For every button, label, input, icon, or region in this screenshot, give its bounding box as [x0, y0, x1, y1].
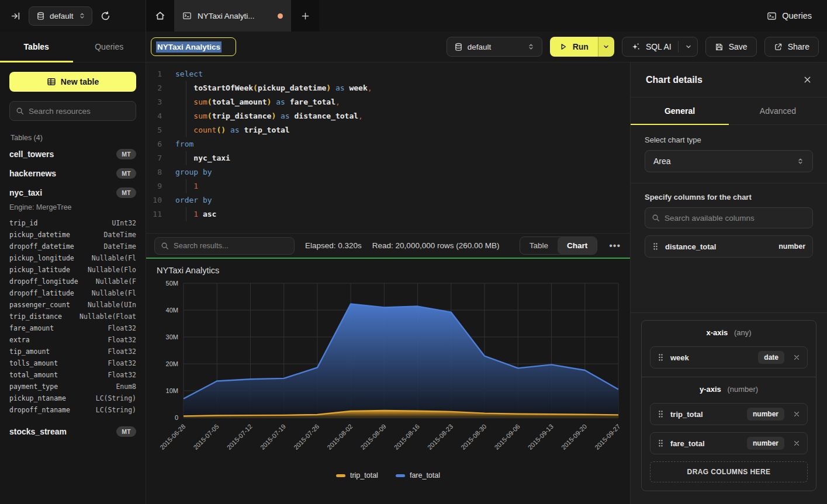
legend-label: fare_total — [410, 471, 440, 479]
table-row[interactable]: stocks_streamMT — [9, 422, 136, 441]
svg-text:40M: 40M — [166, 307, 178, 314]
sql-ai-button[interactable]: SQL AI — [622, 37, 698, 57]
svg-text:2015-09-20: 2015-09-20 — [560, 423, 588, 451]
schema-column: dropoff_longitudeNullable(F — [9, 276, 136, 287]
drag-handle-icon[interactable] — [658, 439, 664, 447]
top-bar: default NYTaxi Analyti... — [0, 0, 827, 32]
refresh-icon[interactable] — [101, 11, 110, 21]
column-chip[interactable]: weekdate — [650, 346, 808, 369]
svg-text:20M: 20M — [166, 360, 178, 367]
run-label: Run — [573, 42, 589, 51]
column-chip-name: trip_total — [670, 410, 703, 419]
sidebar-tab-tables[interactable]: Tables — [0, 32, 73, 62]
engine-badge: MT — [116, 426, 136, 437]
column-chip[interactable]: distance_totalnumber — [645, 235, 813, 258]
chart-type-select[interactable]: Area — [645, 150, 813, 172]
drag-handle-icon[interactable] — [658, 353, 664, 362]
remove-column-icon[interactable] — [793, 354, 800, 361]
sidebar-search[interactable] — [9, 101, 136, 121]
divider — [631, 312, 827, 313]
schema-column: trip_idUInt32 — [9, 217, 136, 229]
x-axis-hint: (any) — [734, 328, 752, 337]
column-chip[interactable]: fare_totalnumber — [650, 432, 808, 454]
code-line: count() as trip_total — [175, 123, 630, 137]
home-tab[interactable] — [146, 0, 174, 32]
schema-column: extraFloat32 — [9, 334, 136, 346]
code-line: sum(trip_distance) as distance_total, — [175, 109, 630, 123]
table-engine: Engine: MergeTree — [9, 202, 136, 216]
table-name: stocks_stream — [9, 427, 67, 436]
new-tab-button[interactable] — [291, 0, 319, 32]
table-name: nyc_taxi — [9, 188, 42, 197]
topbar-database-selector[interactable]: default — [29, 6, 92, 26]
panel-tab-general[interactable]: General — [631, 98, 729, 124]
queries-button[interactable]: Queries — [767, 11, 812, 21]
save-button[interactable]: Save — [705, 37, 757, 57]
table-grid-icon — [47, 77, 56, 86]
view-toggle: Table Chart — [520, 237, 598, 255]
code-line: sum(total_amount) as fare_total, — [175, 95, 630, 109]
toolbar-database-selector[interactable]: default — [447, 37, 542, 57]
svg-text:2015-07-12: 2015-07-12 — [226, 423, 254, 451]
legend-item[interactable]: trip_total — [336, 471, 378, 479]
run-button[interactable]: Run — [550, 37, 614, 57]
table-row[interactable]: hackernewsMT — [9, 164, 136, 183]
drag-handle-icon[interactable] — [658, 410, 664, 418]
line-number: 5 — [146, 123, 162, 137]
legend-swatch — [396, 474, 405, 477]
column-type-badge: date — [758, 351, 784, 364]
line-number: 10 — [146, 193, 162, 207]
svg-text:10M: 10M — [166, 387, 178, 394]
view-toggle-chart[interactable]: Chart — [558, 237, 597, 254]
columns-search[interactable] — [645, 207, 813, 228]
table-row[interactable]: nyc_taxiMT — [9, 183, 136, 202]
columns-search-input[interactable] — [665, 214, 806, 223]
search-icon — [652, 214, 660, 222]
line-number: 9 — [146, 179, 162, 193]
more-actions-icon[interactable]: ••• — [608, 241, 622, 251]
query-title-input[interactable]: NYTaxi Analytics — [151, 37, 236, 56]
line-number: 11 — [146, 207, 162, 221]
drop-zone[interactable]: DRAG COLUMNS HERE — [650, 461, 808, 482]
drag-handle-icon[interactable] — [652, 242, 659, 251]
panel-tab-advanced[interactable]: Advanced — [729, 98, 827, 124]
code-line: nyc_taxi — [175, 151, 630, 165]
view-toggle-table[interactable]: Table — [520, 237, 558, 254]
topbar-database-value: default — [50, 12, 74, 20]
share-button[interactable]: Share — [764, 37, 819, 57]
new-table-button[interactable]: New table — [9, 72, 136, 92]
chart-legend: trip_totalfare_total — [154, 471, 622, 479]
schema-column: pickup_longitudeNullable(Fl — [9, 252, 136, 264]
results-search[interactable] — [154, 237, 295, 255]
table-row[interactable]: cell_towersMT — [9, 144, 136, 164]
svg-text:2015-09-27: 2015-09-27 — [593, 423, 621, 451]
query-tab[interactable]: NYTaxi Analyti... — [174, 0, 291, 32]
line-number: 7 — [146, 151, 162, 165]
run-options-button[interactable] — [598, 37, 614, 57]
sql-editor[interactable]: 1234567891011 select toStartOfWeek(picku… — [146, 62, 630, 233]
table-name: cell_towers — [9, 150, 54, 159]
chevron-down-icon[interactable] — [685, 43, 692, 50]
remove-column-icon[interactable] — [793, 440, 800, 447]
chart-series — [184, 304, 618, 418]
collapse-sidebar-icon[interactable] — [11, 11, 20, 21]
line-number: 6 — [146, 137, 162, 151]
tab-strip: NYTaxi Analyti... — [146, 0, 319, 32]
share-icon — [774, 43, 783, 51]
results-search-input[interactable] — [174, 241, 288, 250]
schema-column: pickup_ntanameLC(String) — [9, 392, 136, 404]
close-icon[interactable] — [803, 75, 812, 84]
tables-list: cell_towersMThackernewsMTnyc_taxiMTEngin… — [9, 144, 136, 441]
column-chip[interactable]: trip_totalnumber — [650, 403, 808, 425]
x-axis-section: x-axis (any) weekdate — [642, 321, 816, 377]
legend-item[interactable]: fare_total — [396, 471, 440, 479]
svg-text:2015-07-19: 2015-07-19 — [259, 423, 287, 451]
search-icon — [161, 242, 169, 250]
sidebar-search-input[interactable] — [29, 107, 130, 116]
sidebar-tab-queries[interactable]: Queries — [73, 32, 146, 62]
unsaved-dot — [278, 13, 283, 19]
remove-column-icon[interactable] — [793, 411, 800, 418]
svg-text:2015-08-02: 2015-08-02 — [326, 423, 354, 451]
svg-text:2015-08-30: 2015-08-30 — [459, 423, 487, 451]
code-line: group by — [175, 165, 630, 179]
